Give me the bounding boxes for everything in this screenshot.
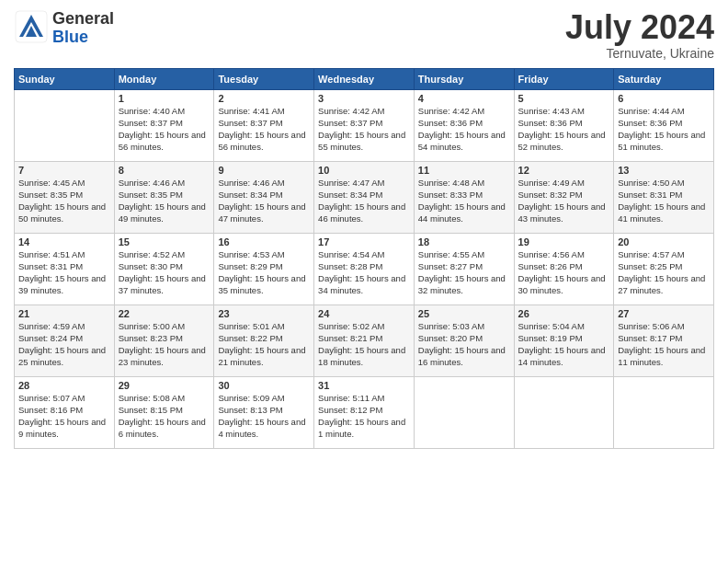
day-number: 5	[518, 93, 610, 104]
calendar-cell: 12Sunrise: 4:49 AMSunset: 8:32 PMDayligh…	[514, 161, 614, 233]
calendar-cell: 9Sunrise: 4:46 AMSunset: 8:34 PMDaylight…	[214, 161, 314, 233]
day-info: Sunrise: 5:07 AMSunset: 8:16 PMDaylight:…	[18, 392, 110, 441]
calendar-week-row: 28Sunrise: 5:07 AMSunset: 8:16 PMDayligh…	[15, 376, 714, 448]
calendar-cell: 11Sunrise: 4:48 AMSunset: 8:33 PMDayligh…	[414, 161, 514, 233]
day-number: 21	[18, 308, 110, 319]
day-number: 12	[518, 165, 610, 176]
calendar-cell: 17Sunrise: 4:54 AMSunset: 8:28 PMDayligh…	[314, 233, 415, 304]
calendar-cell: 21Sunrise: 4:59 AMSunset: 8:24 PMDayligh…	[15, 304, 115, 376]
day-info: Sunrise: 5:06 AMSunset: 8:17 PMDaylight:…	[618, 320, 710, 369]
calendar-cell: 22Sunrise: 5:00 AMSunset: 8:23 PMDayligh…	[114, 304, 214, 376]
calendar-cell: 1Sunrise: 4:40 AMSunset: 8:37 PMDaylight…	[114, 89, 214, 161]
month-year: July 2024	[565, 9, 714, 46]
day-number: 4	[418, 93, 510, 104]
calendar-week-row: 14Sunrise: 4:51 AMSunset: 8:31 PMDayligh…	[15, 233, 714, 304]
day-info: Sunrise: 5:02 AMSunset: 8:21 PMDaylight:…	[318, 320, 410, 369]
weekday-header-cell: Sunday	[15, 68, 115, 89]
calendar-cell: 20Sunrise: 4:57 AMSunset: 8:25 PMDayligh…	[614, 233, 714, 304]
day-info: Sunrise: 4:46 AMSunset: 8:35 PMDaylight:…	[119, 177, 210, 225]
calendar-cell: 23Sunrise: 5:01 AMSunset: 8:22 PMDayligh…	[214, 304, 314, 376]
day-number: 11	[418, 165, 510, 176]
day-number: 1	[119, 93, 210, 104]
day-number: 30	[218, 380, 310, 391]
calendar-cell: 30Sunrise: 5:09 AMSunset: 8:13 PMDayligh…	[214, 376, 314, 448]
day-number: 26	[518, 308, 610, 319]
calendar-week-row: 7Sunrise: 4:45 AMSunset: 8:35 PMDaylight…	[15, 161, 714, 233]
calendar-cell: 5Sunrise: 4:43 AMSunset: 8:36 PMDaylight…	[514, 89, 614, 161]
day-info: Sunrise: 4:44 AMSunset: 8:36 PMDaylight:…	[618, 105, 710, 154]
day-number: 6	[618, 93, 710, 104]
day-info: Sunrise: 4:42 AMSunset: 8:37 PMDaylight:…	[318, 105, 410, 154]
calendar-week-row: 21Sunrise: 4:59 AMSunset: 8:24 PMDayligh…	[15, 304, 714, 376]
day-info: Sunrise: 5:03 AMSunset: 8:20 PMDaylight:…	[418, 320, 510, 369]
day-number: 25	[418, 308, 510, 319]
day-number: 7	[18, 165, 110, 176]
day-info: Sunrise: 5:08 AMSunset: 8:15 PMDaylight:…	[119, 392, 210, 441]
day-info: Sunrise: 4:56 AMSunset: 8:26 PMDaylight:…	[518, 248, 610, 297]
day-number: 22	[119, 308, 210, 319]
day-number: 24	[318, 308, 410, 319]
calendar-cell	[15, 89, 115, 161]
calendar-cell: 7Sunrise: 4:45 AMSunset: 8:35 PMDaylight…	[15, 161, 115, 233]
logo-text: General Blue	[52, 10, 114, 47]
weekday-header-cell: Thursday	[414, 68, 514, 89]
day-number: 23	[218, 308, 310, 319]
day-number: 10	[318, 165, 410, 176]
day-number: 20	[618, 236, 710, 247]
calendar-cell: 15Sunrise: 4:52 AMSunset: 8:30 PMDayligh…	[114, 233, 214, 304]
day-number: 3	[318, 93, 410, 104]
day-number: 16	[218, 236, 310, 247]
calendar-cell: 2Sunrise: 4:41 AMSunset: 8:37 PMDaylight…	[214, 89, 314, 161]
weekday-header-cell: Friday	[514, 68, 614, 89]
title-block: July 2024 Ternuvate, Ukraine	[565, 9, 714, 61]
calendar-cell	[414, 376, 514, 448]
day-number: 9	[218, 165, 310, 176]
day-info: Sunrise: 4:41 AMSunset: 8:37 PMDaylight:…	[218, 105, 310, 154]
location: Ternuvate, Ukraine	[565, 46, 714, 61]
calendar-table: SundayMondayTuesdayWednesdayThursdayFrid…	[14, 68, 714, 449]
logo-icon	[14, 9, 49, 48]
day-info: Sunrise: 5:01 AMSunset: 8:22 PMDaylight:…	[218, 320, 310, 369]
calendar-cell: 16Sunrise: 4:53 AMSunset: 8:29 PMDayligh…	[214, 233, 314, 304]
weekday-header-cell: Tuesday	[214, 68, 314, 89]
main-container: General Blue July 2024 Ternuvate, Ukrain…	[0, 0, 728, 458]
day-number: 8	[119, 165, 210, 176]
day-info: Sunrise: 4:50 AMSunset: 8:31 PMDaylight:…	[618, 177, 710, 225]
calendar-cell: 10Sunrise: 4:47 AMSunset: 8:34 PMDayligh…	[314, 161, 415, 233]
weekday-header-cell: Wednesday	[314, 68, 415, 89]
day-number: 31	[318, 380, 410, 391]
calendar-cell: 18Sunrise: 4:55 AMSunset: 8:27 PMDayligh…	[414, 233, 514, 304]
day-info: Sunrise: 4:40 AMSunset: 8:37 PMDaylight:…	[119, 105, 210, 154]
day-number: 14	[18, 236, 110, 247]
calendar-cell: 31Sunrise: 5:11 AMSunset: 8:12 PMDayligh…	[314, 376, 415, 448]
calendar-cell: 4Sunrise: 4:42 AMSunset: 8:36 PMDaylight…	[414, 89, 514, 161]
day-info: Sunrise: 4:43 AMSunset: 8:36 PMDaylight:…	[518, 105, 610, 154]
day-number: 18	[418, 236, 510, 247]
day-number: 28	[18, 380, 110, 391]
day-number: 17	[318, 236, 410, 247]
weekday-header-cell: Monday	[114, 68, 214, 89]
calendar-body: 1Sunrise: 4:40 AMSunset: 8:37 PMDaylight…	[15, 89, 714, 448]
logo-blue: Blue	[52, 29, 114, 47]
weekday-header-row: SundayMondayTuesdayWednesdayThursdayFrid…	[15, 68, 714, 89]
day-number: 27	[618, 308, 710, 319]
day-info: Sunrise: 4:46 AMSunset: 8:34 PMDaylight:…	[218, 177, 310, 225]
calendar-cell: 6Sunrise: 4:44 AMSunset: 8:36 PMDaylight…	[614, 89, 714, 161]
calendar-cell: 26Sunrise: 5:04 AMSunset: 8:19 PMDayligh…	[514, 304, 614, 376]
day-info: Sunrise: 4:45 AMSunset: 8:35 PMDaylight:…	[18, 177, 110, 225]
day-info: Sunrise: 4:42 AMSunset: 8:36 PMDaylight:…	[418, 105, 510, 154]
calendar-cell	[514, 376, 614, 448]
calendar-cell: 25Sunrise: 5:03 AMSunset: 8:20 PMDayligh…	[414, 304, 514, 376]
day-info: Sunrise: 5:00 AMSunset: 8:23 PMDaylight:…	[119, 320, 210, 369]
day-info: Sunrise: 4:48 AMSunset: 8:33 PMDaylight:…	[418, 177, 510, 225]
calendar-cell: 3Sunrise: 4:42 AMSunset: 8:37 PMDaylight…	[314, 89, 415, 161]
calendar-cell: 14Sunrise: 4:51 AMSunset: 8:31 PMDayligh…	[15, 233, 115, 304]
calendar-cell	[614, 376, 714, 448]
day-info: Sunrise: 4:52 AMSunset: 8:30 PMDaylight:…	[119, 248, 210, 297]
day-number: 13	[618, 165, 710, 176]
weekday-header-cell: Saturday	[614, 68, 714, 89]
day-info: Sunrise: 4:57 AMSunset: 8:25 PMDaylight:…	[618, 248, 710, 297]
calendar-cell: 28Sunrise: 5:07 AMSunset: 8:16 PMDayligh…	[15, 376, 115, 448]
day-info: Sunrise: 5:04 AMSunset: 8:19 PMDaylight:…	[518, 320, 610, 369]
day-info: Sunrise: 5:09 AMSunset: 8:13 PMDaylight:…	[218, 392, 310, 441]
